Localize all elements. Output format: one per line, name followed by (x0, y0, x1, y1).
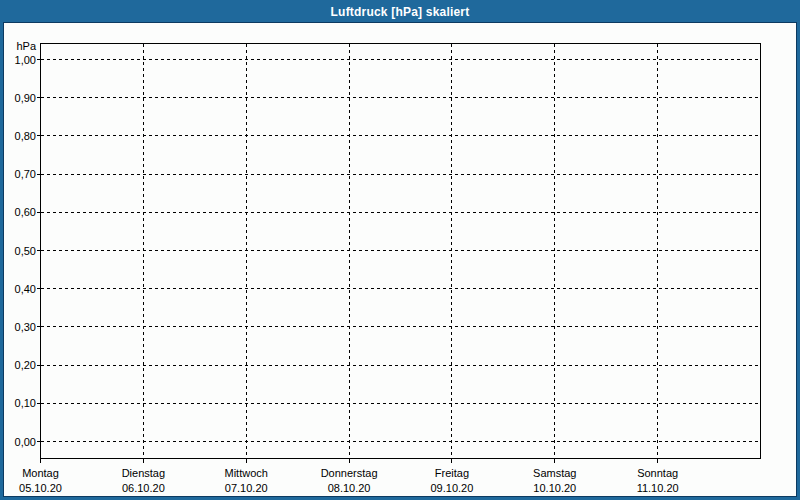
y-axis-unit-label: hPa (16, 40, 36, 52)
x-day-label: Dienstag (122, 467, 165, 479)
x-date-label: 06.10.20 (122, 482, 165, 494)
x-day-label: Donnerstag (321, 467, 378, 479)
title-bar: Luftdruck [hPa] skaliert (0, 0, 800, 22)
x-day-label: Montag (22, 467, 59, 479)
x-date-label: 10.10.20 (533, 482, 576, 494)
app-window: Luftdruck [hPa] skaliert 1,000,900,800,7… (0, 0, 800, 500)
x-day-label: Mittwoch (225, 467, 268, 479)
x-date-label: 11.10.20 (637, 482, 679, 494)
y-tick-label: 0,80 (15, 130, 36, 142)
y-tick-label: 0,30 (15, 321, 36, 333)
y-tick-label: 0,40 (15, 283, 36, 295)
y-tick-label: 0,20 (15, 359, 36, 371)
y-tick-label: 1,00 (15, 54, 36, 66)
x-day-label: Samstag (533, 467, 576, 479)
x-date-label: 05.10.20 (19, 482, 62, 494)
y-tick-label: 0,50 (15, 245, 36, 257)
chart-title: Luftdruck [hPa] skaliert (331, 4, 470, 19)
y-tick-label: 0,70 (15, 168, 36, 180)
x-date-label: 07.10.20 (225, 482, 268, 494)
x-day-label: Freitag (435, 467, 469, 479)
x-date-label: 09.10.20 (431, 482, 474, 494)
pressure-chart-plot: 1,000,900,800,700,600,500,400,300,200,10… (4, 23, 796, 496)
x-day-label: Sonntag (637, 467, 678, 479)
x-date-label: 08.10.20 (328, 482, 371, 494)
y-tick-label: 0,00 (15, 436, 36, 448)
y-tick-label: 0,60 (15, 206, 36, 218)
y-tick-label: 0,10 (15, 397, 36, 409)
y-tick-label: 0,90 (15, 92, 36, 104)
chart-surface: 1,000,900,800,700,600,500,400,300,200,10… (3, 22, 797, 497)
